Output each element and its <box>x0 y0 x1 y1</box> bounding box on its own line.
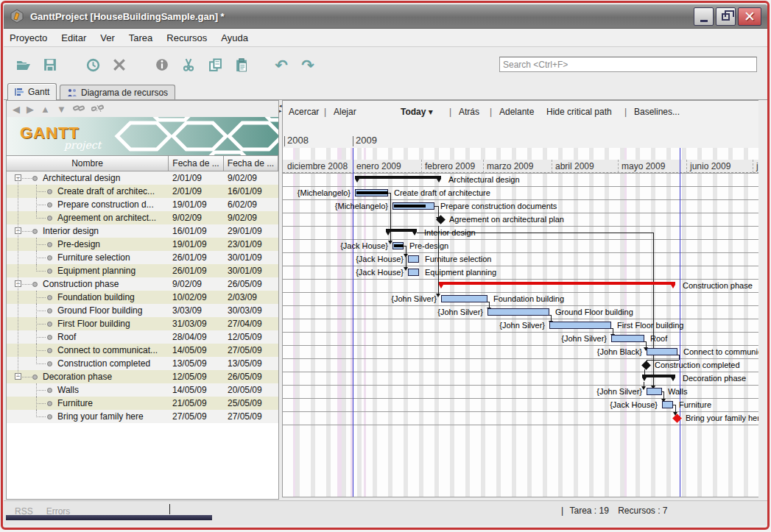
redo-icon[interactable]: ↷ <box>298 56 317 74</box>
end-date-cell: 30/01/09 <box>224 252 278 263</box>
gantt-bar[interactable] <box>662 401 673 408</box>
chart-toolbar-hide-critical-path[interactable]: Hide critical path <box>546 107 612 117</box>
task-bar-label: First Floor building <box>617 321 683 330</box>
task-bullet-icon <box>32 229 38 234</box>
gantt-bar[interactable] <box>441 295 487 302</box>
end-date-cell: 26/05/09 <box>224 279 278 289</box>
tab-diagrama-de-recursos[interactable]: Diagrama de recursos <box>60 85 175 100</box>
chart-toolbar-today[interactable]: Today ▾ <box>401 107 433 117</box>
table-row[interactable]: Furniture21/05/0925/05/09 <box>7 397 278 410</box>
gantt-bar[interactable] <box>392 202 434 210</box>
cut-icon[interactable] <box>179 56 198 74</box>
gantt-bar[interactable] <box>611 335 644 342</box>
task-count: Tarea : 19 <box>569 506 608 516</box>
start-date-cell: 14/05/09 <box>169 345 224 355</box>
end-date-cell: 12/05/09 <box>224 332 278 342</box>
table-row[interactable]: First Floor building31/03/0927/04/09 <box>7 317 278 330</box>
table-row[interactable]: Create draft of architec...2/01/0916/01/… <box>7 185 278 198</box>
chart-toolbar-atr-s[interactable]: Atrás <box>459 107 479 117</box>
table-row[interactable]: −Construction phase9/02/0926/05/09 <box>7 277 278 291</box>
menu-item-recursos[interactable]: Recursos <box>166 32 207 43</box>
gantt-bar[interactable] <box>392 242 404 249</box>
save-icon[interactable] <box>41 56 60 74</box>
task-name-cell: Foundation building <box>7 291 169 304</box>
start-date-cell: 13/05/09 <box>169 358 224 369</box>
link-tasks-icon[interactable] <box>73 104 85 114</box>
chart-toolbar-adelante[interactable]: Adelante <box>499 107 534 117</box>
column-header-date2[interactable]: Fecha de ... <box>224 155 278 171</box>
summary-bar-critical[interactable] <box>439 282 675 285</box>
gantt-bar[interactable] <box>355 189 388 196</box>
table-row[interactable]: Equipment planning26/01/0930/01/09 <box>7 264 278 277</box>
row-gridline <box>283 411 758 412</box>
tree-line <box>36 363 46 364</box>
paste-icon[interactable] <box>232 56 251 74</box>
weekend-stripe <box>404 148 408 497</box>
move-down-arrow-icon[interactable]: ▼ <box>57 104 66 114</box>
open-folder-icon[interactable] <box>14 56 33 74</box>
copy-icon[interactable] <box>205 56 225 74</box>
undo-icon[interactable]: ↶ <box>272 56 291 74</box>
move-up-arrow-icon[interactable]: ▲ <box>41 104 50 114</box>
row-gridline <box>283 358 758 359</box>
table-row[interactable]: Walls14/05/0920/05/09 <box>7 383 278 397</box>
task-name: Pre-design <box>57 239 100 249</box>
task-bar-label: Create draft of architecture <box>394 188 490 197</box>
start-date-cell: 2/01/09 <box>169 186 224 196</box>
table-row[interactable]: −Architectural design2/01/099/02/09 <box>7 171 278 185</box>
gantt-bar[interactable] <box>408 269 419 276</box>
column-header-date1[interactable]: Fecha de ... <box>169 155 224 171</box>
menu-item-ayuda[interactable]: Ayuda <box>221 32 248 43</box>
task-name: Architectural design <box>43 173 120 183</box>
table-row[interactable]: Agreement on architect...9/02/099/02/09 <box>7 211 278 224</box>
table-row[interactable]: −Decoration phase12/05/0926/05/09 <box>7 370 278 383</box>
gantt-bar[interactable] <box>487 308 549 316</box>
gantt-bar[interactable] <box>549 322 611 329</box>
row-gridline <box>283 372 758 372</box>
table-row[interactable]: Prepare construction d...19/01/096/02/09 <box>7 198 278 211</box>
table-row[interactable]: Foundation building10/02/092/03/09 <box>7 291 278 304</box>
row-gridline <box>283 292 758 293</box>
gantt-bar[interactable] <box>647 388 662 395</box>
restore-button[interactable] <box>716 7 736 26</box>
chart-toolbar-acercar[interactable]: Acercar <box>289 107 319 117</box>
tree-line <box>22 377 32 377</box>
summary-bar[interactable] <box>355 176 441 179</box>
splitter-arrows-icon[interactable]: ◂▸ <box>279 103 282 113</box>
info-icon[interactable] <box>152 56 172 74</box>
unlink-tasks-icon[interactable] <box>91 104 104 115</box>
table-row[interactable]: Pre-design19/01/0923/01/09 <box>7 238 278 251</box>
gantt-bar[interactable] <box>408 255 419 263</box>
summary-label: Decoration phase <box>683 374 746 383</box>
month-label: diciembre 2008 <box>284 160 353 173</box>
menu-item-tarea[interactable]: Tarea <box>129 32 153 43</box>
menu-item-ver[interactable]: Ver <box>100 32 115 43</box>
menu-item-proyecto[interactable]: Proyecto <box>10 32 47 43</box>
title-bar[interactable]: GanttProject [HouseBuildingSample.gan] *… <box>4 4 767 29</box>
back-arrow-icon[interactable]: ◀ <box>13 104 20 114</box>
chart-toolbar-alejar[interactable]: Alejar <box>334 107 356 117</box>
search-input[interactable] <box>499 57 757 72</box>
start-date-cell: 12/05/09 <box>169 372 224 382</box>
table-row[interactable]: Bring your family here27/05/0927/05/09 <box>7 410 278 423</box>
tab-gantt[interactable]: Gantt <box>7 83 57 100</box>
table-row[interactable]: Roof28/04/0912/05/09 <box>7 330 278 344</box>
column-header-name[interactable]: Nombre <box>7 155 169 171</box>
table-row[interactable]: Furniture selection26/01/0930/01/09 <box>7 251 278 264</box>
table-row[interactable]: Ground Floor building3/03/0930/03/09 <box>7 304 278 317</box>
table-row[interactable]: Connect to communicat...14/05/0927/05/09 <box>7 344 278 357</box>
task-name-cell: Agreement on architect... <box>7 211 169 224</box>
task-name: Connect to communicat... <box>57 345 158 355</box>
forward-arrow-icon[interactable]: ▶ <box>27 104 34 114</box>
table-row[interactable]: Construction completed13/05/0913/05/09 <box>7 357 278 370</box>
dependency-line <box>551 315 552 321</box>
table-row[interactable]: −Interior design16/01/0929/01/09 <box>7 224 278 238</box>
gantt-bar[interactable] <box>647 348 677 355</box>
resources-icon <box>67 88 77 97</box>
schedule-clock-icon[interactable] <box>83 56 102 74</box>
close-button[interactable]: ✕ <box>738 7 761 26</box>
minimize-button[interactable] <box>694 7 714 26</box>
chart-toolbar-baselines[interactable]: Baselines... <box>634 107 680 117</box>
delete-icon[interactable] <box>110 56 129 74</box>
menu-item-editar[interactable]: Editar <box>61 32 86 43</box>
